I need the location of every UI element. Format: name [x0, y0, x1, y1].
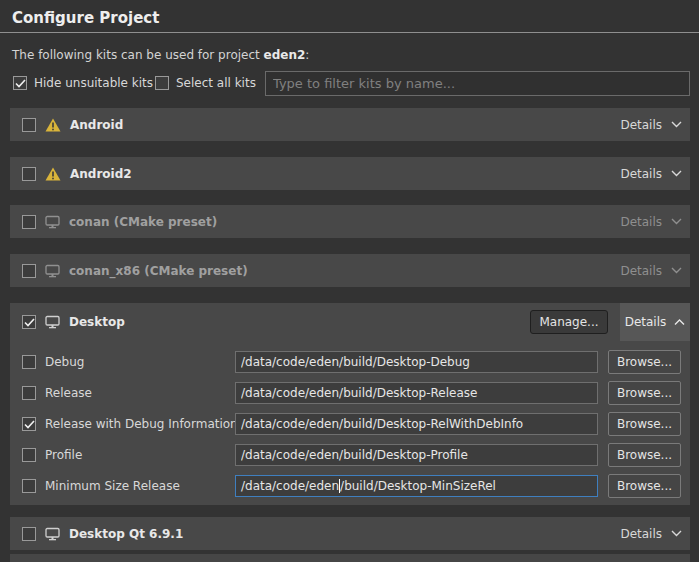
kit-name: Android — [70, 118, 123, 132]
kit-row-conan: conan (CMake preset) Details — [10, 205, 690, 238]
kit-name: Android2 — [70, 167, 132, 181]
project-name: eden2 — [264, 48, 306, 62]
config-checkbox[interactable] — [22, 417, 36, 431]
build-dir-input[interactable] — [235, 382, 598, 404]
build-config-row-profile: Profile Browse... — [10, 443, 690, 467]
browse-button[interactable]: Browse... — [608, 381, 681, 405]
config-label: Release — [45, 386, 92, 400]
details-button[interactable]: Details — [620, 108, 682, 141]
config-label: Release with Debug Information — [45, 417, 238, 431]
kit-row-desktop-expanded: Details Desktop Manage... Debug Browse..… — [10, 303, 690, 505]
kit-checkbox[interactable] — [22, 315, 36, 329]
kit-name: Desktop — [69, 315, 125, 329]
build-dir-input-focused[interactable]: /data/code/eden/build/Desktop-MinSizeRel — [235, 475, 598, 497]
config-label: Debug — [45, 355, 84, 369]
desktop-icon — [45, 527, 60, 541]
warning-icon — [45, 167, 61, 181]
manage-kits-button[interactable]: Manage... — [530, 310, 608, 334]
chevron-down-icon — [671, 267, 682, 274]
select-all-kits-checkbox[interactable]: Select all kits — [155, 76, 256, 90]
build-dir-input[interactable] — [235, 444, 598, 466]
build-dir-input[interactable] — [235, 351, 598, 373]
chevron-down-icon — [671, 218, 682, 225]
intro-text: The following kits can be used for proje… — [12, 48, 309, 62]
checkmark-icon — [24, 318, 35, 327]
details-button[interactable]: Details — [620, 157, 682, 190]
hide-unsuitable-kits-checkbox[interactable]: Hide unsuitable kits — [13, 76, 153, 90]
details-button[interactable]: Details — [620, 517, 682, 550]
kit-checkbox[interactable] — [22, 167, 36, 181]
kit-checkbox[interactable] — [22, 264, 36, 278]
next-row-partial — [10, 554, 690, 562]
desktop-icon — [45, 264, 60, 278]
intro-prefix: The following kits can be used for proje… — [12, 48, 264, 62]
build-dir-input[interactable] — [235, 413, 598, 435]
kit-checkbox[interactable] — [22, 527, 36, 541]
kit-name: conan_x86 (CMake preset) — [69, 264, 248, 278]
intro-suffix: : — [305, 48, 309, 62]
checkbox-box[interactable] — [155, 76, 169, 90]
chevron-down-icon — [671, 121, 682, 128]
path-after-caret: /build/Desktop-MinSizeRel — [340, 479, 496, 493]
chevron-down-icon — [671, 530, 682, 537]
kit-checkbox[interactable] — [22, 118, 36, 132]
build-config-row-relwithdebinfo: Release with Debug Information Browse... — [10, 412, 690, 436]
details-button[interactable]: Details — [620, 205, 682, 238]
title-separator — [0, 32, 699, 33]
details-label: Details — [620, 527, 662, 541]
checkmark-icon — [24, 420, 35, 429]
details-label: Details — [620, 118, 662, 132]
kit-row-desktop-qt: Desktop Qt 6.9.1 Details — [10, 517, 690, 550]
select-all-kits-label: Select all kits — [176, 76, 256, 90]
config-label: Minimum Size Release — [45, 479, 180, 493]
build-config-row-release: Release Browse... — [10, 381, 690, 405]
config-label: Profile — [45, 448, 82, 462]
config-checkbox[interactable] — [22, 386, 36, 400]
config-checkbox[interactable] — [22, 479, 36, 493]
kit-row-android2: Android2 Details — [10, 157, 690, 190]
config-checkbox[interactable] — [22, 448, 36, 462]
kit-row-android: Android Details — [10, 108, 690, 141]
details-button[interactable]: Details — [620, 254, 682, 287]
details-label: Details — [620, 215, 662, 229]
kit-checkbox[interactable] — [22, 215, 36, 229]
browse-button[interactable]: Browse... — [608, 412, 681, 436]
page-title: Configure Project — [12, 9, 159, 27]
kit-name: Desktop Qt 6.9.1 — [69, 527, 183, 541]
desktop-icon — [45, 215, 60, 229]
browse-button[interactable]: Browse... — [608, 474, 681, 498]
browse-button[interactable]: Browse... — [608, 443, 681, 467]
kit-name: conan (CMake preset) — [69, 215, 217, 229]
build-config-row-minsizerel: Minimum Size Release /data/code/eden/bui… — [10, 474, 690, 498]
path-before-caret: /data/code/eden — [241, 479, 339, 493]
checkmark-icon — [15, 79, 26, 88]
build-config-row-debug: Debug Browse... — [10, 350, 690, 374]
config-checkbox[interactable] — [22, 355, 36, 369]
details-label: Details — [620, 264, 662, 278]
hide-unsuitable-kits-label: Hide unsuitable kits — [34, 76, 153, 90]
kit-filter-input[interactable] — [265, 71, 690, 96]
checkbox-box[interactable] — [13, 76, 27, 90]
details-label: Details — [620, 167, 662, 181]
browse-button[interactable]: Browse... — [608, 350, 681, 374]
chevron-down-icon — [671, 170, 682, 177]
warning-icon — [45, 118, 61, 132]
kit-row-conan-x86: conan_x86 (CMake preset) Details — [10, 254, 690, 287]
desktop-icon — [45, 315, 60, 329]
